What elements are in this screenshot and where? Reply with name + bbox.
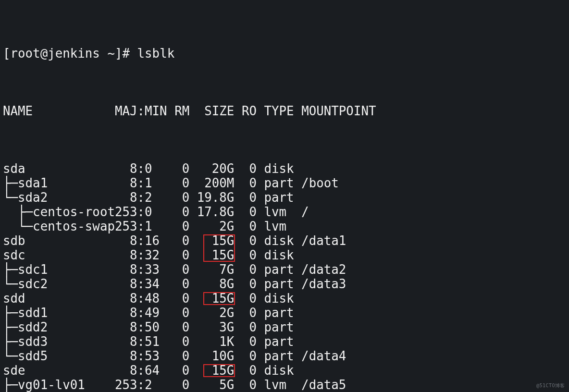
type-value: disk	[264, 161, 301, 176]
hdr-size: SIZE	[189, 104, 234, 118]
device-name: sdc	[3, 248, 100, 262]
size-value: 200M	[189, 176, 234, 190]
majmin-sep: :	[137, 349, 145, 363]
mount-value: /boot	[301, 176, 339, 190]
type-value: disk	[264, 291, 301, 306]
ro-value: 0	[234, 363, 257, 378]
size-value: 20G	[189, 161, 234, 176]
type-value: part	[264, 306, 301, 320]
rm-value: 0	[167, 363, 190, 378]
size-value: 15G	[189, 363, 234, 378]
min-value: 0	[145, 161, 167, 176]
hdr-majmin: MAJ:MIN	[100, 104, 167, 118]
terminal-output[interactable]: [root@jenkins ~]# lsblk NAMEMAJ:MINRMSIZ…	[0, 0, 569, 392]
device-name: ├─sdd1	[3, 306, 100, 320]
type-value: disk	[264, 248, 301, 262]
watermark: @51CTO博客	[536, 382, 565, 389]
majmin-sep: :	[137, 233, 145, 248]
majmin-sep: :	[137, 176, 145, 190]
min-value: 34	[145, 277, 167, 291]
table-row: └─sdd58:53010G0part/data4	[3, 349, 566, 363]
min-value: 1	[145, 219, 167, 233]
majmin-sep: :	[137, 277, 145, 291]
size-value: 15G	[189, 233, 234, 248]
ro-value: 0	[234, 176, 257, 190]
min-value: 53	[145, 349, 167, 363]
size-value: 2G	[189, 219, 234, 233]
rm-value: 0	[167, 262, 190, 277]
ro-value: 0	[234, 233, 257, 248]
mount-value: /data1	[301, 233, 346, 248]
maj-value: 8	[100, 334, 137, 349]
maj-value: 8	[100, 233, 137, 248]
min-value: 16	[145, 233, 167, 248]
min-value: 48	[145, 291, 167, 306]
min-value: 33	[145, 262, 167, 277]
device-name: sde	[3, 363, 100, 378]
ro-value: 0	[234, 262, 257, 277]
mount-value: /	[301, 205, 309, 219]
type-value: part	[264, 176, 301, 190]
header-row: NAMEMAJ:MINRMSIZEROTYPEMOUNTPOINT	[3, 104, 566, 118]
majmin-sep: :	[137, 219, 145, 233]
maj-value: 253	[100, 205, 137, 219]
size-value: 15G	[189, 248, 234, 262]
majmin-sep: :	[137, 161, 145, 176]
ro-value: 0	[234, 291, 257, 306]
maj-value: 8	[100, 363, 137, 378]
table-row: ├─sdd18:4902G0part	[3, 306, 566, 320]
majmin-sep: :	[137, 205, 145, 219]
type-value: part	[264, 320, 301, 334]
mount-value: /data3	[301, 277, 346, 291]
size-value: 3G	[189, 320, 234, 334]
rm-value: 0	[167, 291, 190, 306]
maj-value: 8	[100, 262, 137, 277]
ro-value: 0	[234, 277, 257, 291]
rm-value: 0	[167, 320, 190, 334]
min-value: 64	[145, 363, 167, 378]
ro-value: 0	[234, 349, 257, 363]
hdr-type: TYPE	[264, 104, 302, 118]
min-value: 1	[145, 176, 167, 190]
maj-value: 8	[100, 277, 137, 291]
majmin-sep: :	[137, 248, 145, 262]
ro-value: 0	[234, 205, 257, 219]
type-value: part	[264, 334, 301, 349]
majmin-sep: :	[137, 363, 145, 378]
size-value: 15G	[189, 291, 234, 306]
table-row: sdb8:16015G0disk/data1	[3, 233, 566, 248]
rm-value: 0	[167, 219, 190, 233]
device-name: ├─sdd3	[3, 334, 100, 349]
device-name: ├─sdd2	[3, 320, 100, 334]
table-row: ├─vg01-lv01253:205G0lvm/data5	[3, 378, 566, 392]
maj-value: 253	[100, 378, 137, 392]
type-value: lvm	[264, 378, 301, 392]
type-value: part	[264, 277, 301, 291]
size-value: 5G	[189, 378, 234, 392]
size-value: 17.8G	[189, 205, 234, 219]
majmin-sep: :	[137, 378, 145, 392]
device-name: sdd	[3, 291, 100, 306]
maj-value: 8	[100, 176, 137, 190]
ro-value: 0	[234, 161, 257, 176]
rm-value: 0	[167, 233, 190, 248]
ro-value: 0	[234, 248, 257, 262]
type-value: lvm	[264, 205, 301, 219]
ro-value: 0	[234, 320, 257, 334]
type-value: part	[264, 262, 301, 277]
table-body: sda8:0020G0disk├─sda18:10200M0part/boot└…	[3, 161, 566, 392]
mount-value: /data2	[301, 262, 346, 277]
type-value: disk	[264, 363, 301, 378]
rm-value: 0	[167, 306, 190, 320]
device-name: ├─vg01-lv01	[3, 378, 100, 392]
table-row: ├─centos-root253:0017.8G0lvm/	[3, 205, 566, 219]
maj-value: 8	[100, 161, 137, 176]
maj-value: 8	[100, 349, 137, 363]
ro-value: 0	[234, 378, 257, 392]
min-value: 32	[145, 248, 167, 262]
rm-value: 0	[167, 334, 190, 349]
device-name: └─centos-swap	[3, 219, 100, 233]
rm-value: 0	[167, 248, 190, 262]
maj-value: 8	[100, 306, 137, 320]
ro-value: 0	[234, 219, 257, 233]
